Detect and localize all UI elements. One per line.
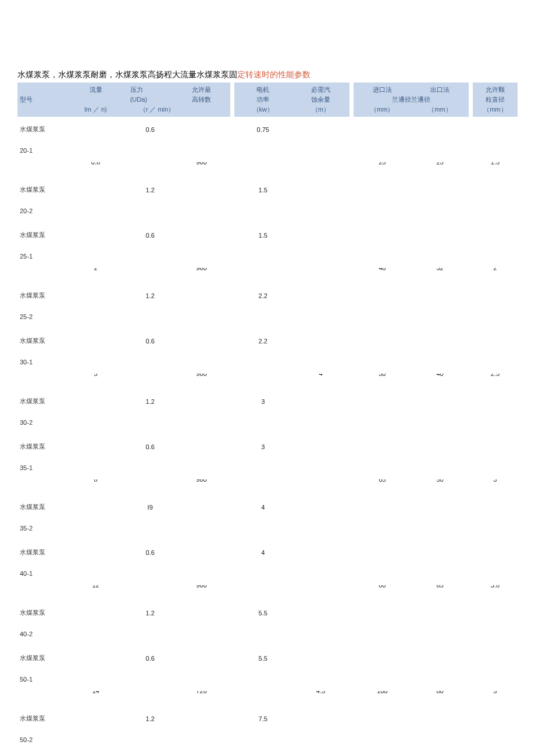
cell: I I (234, 751, 292, 756)
hdr-cell: （kw） (234, 105, 292, 117)
cell (234, 202, 292, 223)
cell: 水煤浆泵 (17, 223, 63, 247)
cell (473, 223, 518, 247)
cell: 30-1 (17, 353, 63, 374)
cell (230, 162, 234, 177)
cell (354, 670, 411, 691)
cell (292, 564, 349, 585)
cell (354, 141, 411, 162)
cell (230, 706, 234, 730)
cell: 2.2 (234, 328, 292, 353)
cell (234, 307, 292, 328)
cell (230, 646, 234, 670)
hdr-cell: （mm） (354, 105, 411, 117)
cell (354, 600, 411, 625)
cell: 5 (63, 374, 127, 389)
cell (292, 519, 349, 540)
hdr-cell: 允许颗 (473, 83, 518, 95)
cell (469, 564, 473, 585)
cell: 水煤浆泵 (17, 283, 63, 307)
cell (411, 751, 469, 756)
cell (173, 328, 230, 353)
cell (411, 495, 469, 519)
cell (349, 706, 354, 730)
cell (63, 328, 127, 353)
cell (128, 268, 173, 283)
cell (63, 519, 127, 540)
cell (473, 117, 518, 141)
hdr-cell: 功率 (234, 95, 292, 105)
cell: 50-2 (17, 730, 63, 751)
cell (354, 389, 411, 413)
cell (128, 374, 173, 389)
hdr-cell: 粒直径 (473, 95, 518, 105)
cell: 0.6 (128, 540, 173, 564)
hdr-cell: （mm） (473, 105, 518, 117)
cell (63, 540, 127, 564)
cell: 水煤浆泵 (17, 706, 63, 730)
cell (349, 223, 354, 247)
cell (473, 540, 518, 564)
cell (173, 540, 230, 564)
cell (292, 646, 349, 670)
cell: 0.6 (128, 117, 173, 141)
hdr-cell: 电机 (234, 83, 292, 95)
cell (17, 268, 63, 283)
cell (349, 751, 354, 756)
cell (469, 353, 473, 374)
cell (230, 283, 234, 307)
cell (473, 519, 518, 540)
cell (292, 283, 349, 307)
cell (292, 625, 349, 646)
col-gap (230, 83, 234, 95)
cell (63, 730, 127, 751)
cell (292, 177, 349, 202)
cell: 20-2 (17, 202, 63, 223)
cell (234, 519, 292, 540)
cell: 1.2 (128, 389, 173, 413)
cell (354, 646, 411, 670)
col-gap (230, 105, 234, 117)
cell: 水煤浆泵 (17, 646, 63, 670)
cell (230, 519, 234, 540)
cell (411, 434, 469, 458)
col-gap (230, 95, 234, 105)
cell: 1.2 (128, 283, 173, 307)
cell (234, 458, 292, 479)
cell (173, 247, 230, 268)
cell (230, 600, 234, 625)
cell (473, 202, 518, 223)
cell (292, 751, 349, 756)
cell: 水煤浆泵 (17, 600, 63, 625)
cell (63, 283, 127, 307)
hdr-cell (17, 83, 63, 95)
cell (292, 223, 349, 247)
title-black: 水煤浆泵，水煤浆泵耐磨，水煤浆泵高扬程大流量水煤浆泵固 (17, 70, 237, 79)
cell (473, 646, 518, 670)
cell (349, 413, 354, 434)
cell (128, 625, 173, 646)
cell (473, 625, 518, 646)
cell (230, 353, 234, 374)
cell (292, 117, 349, 141)
cell (63, 177, 127, 202)
cell (469, 177, 473, 202)
cell (234, 141, 292, 162)
cell (63, 141, 127, 162)
cell: 960 (173, 162, 230, 177)
cell (469, 458, 473, 479)
cell (292, 413, 349, 434)
cell (292, 141, 349, 162)
cell: 8 (63, 479, 127, 495)
cell (473, 751, 518, 756)
cell (354, 283, 411, 307)
cell (473, 247, 518, 268)
cell (411, 540, 469, 564)
cell (354, 730, 411, 751)
cell: 960 (173, 479, 230, 495)
cell (173, 495, 230, 519)
hdr-cell: lm ／ n) (63, 105, 127, 117)
cell: 35-2 (17, 519, 63, 540)
cell (63, 117, 127, 141)
cell (173, 283, 230, 307)
